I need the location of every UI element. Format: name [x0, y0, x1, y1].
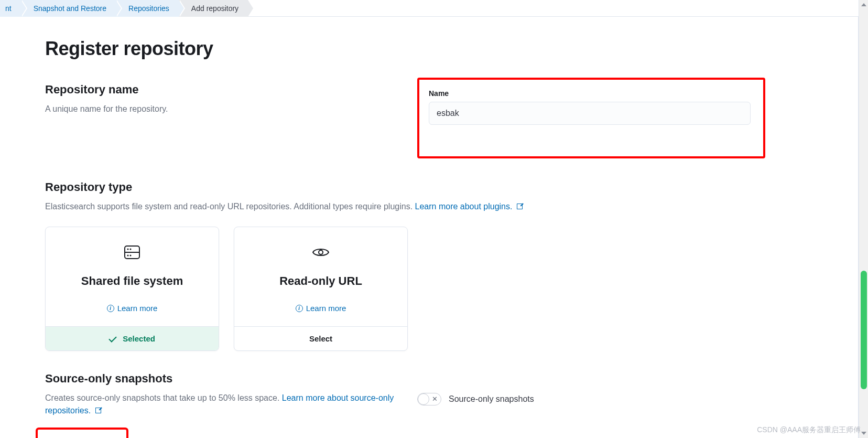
- card-learn-more-link[interactable]: i Learn more: [107, 304, 158, 313]
- breadcrumb-item-repositories[interactable]: Repositories: [116, 0, 179, 17]
- source-only-heading: Source-only snapshots: [45, 372, 396, 386]
- highlight-box-next: Next: [36, 428, 128, 438]
- source-only-sub-text: Creates source-only snapshots that take …: [45, 393, 282, 402]
- source-only-row: Source-only snapshots Creates source-onl…: [45, 372, 786, 417]
- check-icon: [108, 334, 117, 343]
- svg-point-2: [127, 249, 129, 250]
- source-only-toggle-row: ✕ Source-only snapshots: [417, 393, 765, 405]
- repository-name-heading: Repository name: [45, 83, 396, 97]
- scrollbar[interactable]: [859, 0, 868, 438]
- card-foot-select[interactable]: Select: [234, 326, 407, 350]
- scrollbar-up-icon[interactable]: [861, 3, 866, 6]
- page-title: Register repository: [45, 38, 786, 60]
- svg-point-5: [130, 255, 132, 257]
- content: Register repository Repository name A un…: [0, 17, 786, 438]
- repository-type-section: Repository type Elasticsearch supports f…: [45, 180, 786, 351]
- repository-type-sub: Elasticsearch supports file system and r…: [45, 200, 786, 213]
- name-field-label: Name: [429, 89, 751, 98]
- source-only-toggle-label: Source-only snapshots: [449, 394, 534, 404]
- svg-point-4: [127, 255, 129, 257]
- learn-more-plugins-link[interactable]: Learn more about plugins.: [415, 202, 513, 211]
- external-link-icon: [517, 204, 523, 209]
- breadcrumb: nt Snapshot and Restore Repositories Add…: [0, 0, 868, 17]
- close-icon: ✕: [432, 395, 438, 403]
- breadcrumb-item-snapshot-restore[interactable]: Snapshot and Restore: [21, 0, 116, 17]
- source-only-sub: Creates source-only snapshots that take …: [45, 392, 396, 417]
- storage-icon: [56, 244, 208, 261]
- card-shared-file-system[interactable]: Shared file system i Learn more Selected: [45, 227, 219, 351]
- card-title: Read-only URL: [245, 274, 397, 288]
- scrollbar-thumb[interactable]: [861, 271, 867, 389]
- repository-type-sub-text: Elasticsearch supports file system and r…: [45, 202, 415, 211]
- repository-type-cards: Shared file system i Learn more Selected: [45, 227, 786, 351]
- card-foot-label: Select: [309, 334, 332, 343]
- svg-point-6: [319, 250, 323, 254]
- repository-type-heading: Repository type: [45, 180, 786, 194]
- scrollbar-down-icon[interactable]: [861, 432, 866, 435]
- main-scroll-area: Register repository Repository name A un…: [0, 17, 859, 438]
- highlight-box-name: Name: [417, 78, 765, 158]
- breadcrumb-item-add-repository: Add repository: [179, 0, 248, 17]
- eye-icon: [245, 244, 397, 261]
- card-foot-label: Selected: [123, 334, 155, 343]
- info-icon: i: [107, 305, 114, 312]
- card-read-only-url[interactable]: Read-only URL i Learn more Select: [234, 227, 408, 351]
- svg-point-3: [130, 249, 132, 250]
- info-icon: i: [296, 305, 303, 312]
- toggle-thumb: [418, 393, 429, 405]
- watermark: CSDN @AAA服务器重启王师傅: [757, 425, 861, 435]
- card-title: Shared file system: [56, 274, 208, 288]
- source-only-toggle[interactable]: ✕: [417, 393, 441, 405]
- card-learn-label: Learn more: [117, 304, 158, 313]
- card-foot-selected: Selected: [46, 326, 219, 350]
- external-link-icon: [95, 408, 101, 413]
- card-learn-label: Learn more: [306, 304, 346, 313]
- next-row: Next: [45, 428, 786, 438]
- repository-name-sub: A unique name for the repository.: [45, 103, 396, 115]
- breadcrumb-item-nt[interactable]: nt: [0, 0, 21, 17]
- card-learn-more-link[interactable]: i Learn more: [296, 304, 346, 313]
- repository-name-row: Repository name A unique name for the re…: [45, 83, 786, 158]
- name-input[interactable]: [429, 102, 751, 125]
